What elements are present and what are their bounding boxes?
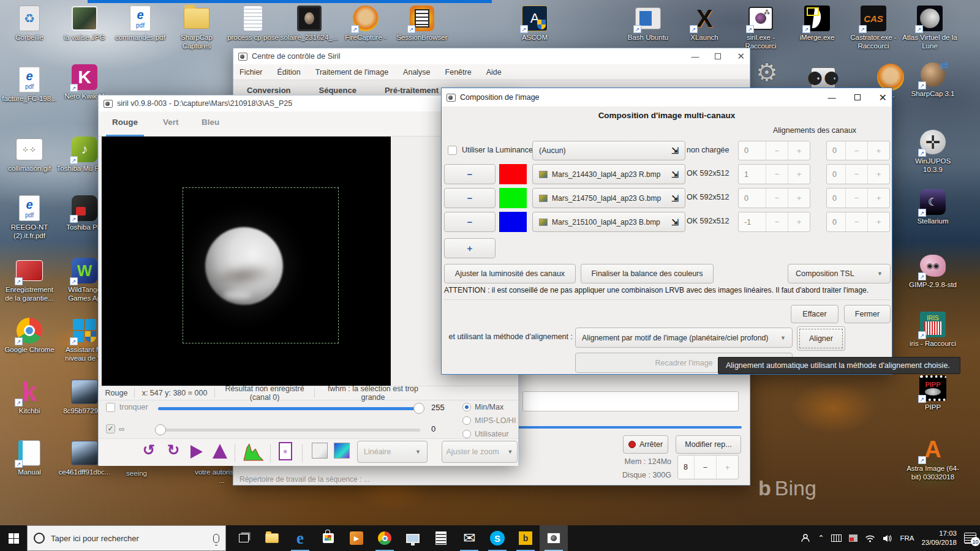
image-canvas[interactable]: [102, 137, 391, 386]
control-center-titlebar[interactable]: Centre de contrôle de Siril — ✕: [233, 48, 750, 64]
luminance-checkbox[interactable]: [448, 146, 457, 155]
red-shift-x[interactable]: 1−+: [738, 164, 810, 184]
threads-spinner[interactable]: 8 − +: [677, 455, 739, 479]
remove-channel-button[interactable]: −: [444, 212, 496, 232]
blue-swatch[interactable]: [499, 212, 527, 232]
spinner-plus[interactable]: +: [867, 141, 889, 160]
spinner-plus[interactable]: +: [867, 189, 889, 208]
start-button[interactable]: [0, 525, 27, 551]
taskbar-remote-pc[interactable]: [399, 525, 427, 551]
desktop-icon-process-cp-pose[interactable]: process cp pose: [225, 5, 281, 42]
green-shift-x[interactable]: 0−+: [738, 188, 810, 208]
red-shift-y[interactable]: 0−+: [826, 164, 890, 184]
display-mode-dropdown[interactable]: Linéaire▼: [357, 441, 428, 463]
desktop-icon-collimation[interactable]: ⁘⁘ collimation.gif: [1, 136, 58, 173]
tab-pretraitement[interactable]: Pré-traitement: [385, 86, 439, 95]
desktop-icon-winjupos[interactable]: ✛↗ WinJUPOS 10.3.9: [905, 129, 961, 174]
spinner-minus[interactable]: −: [694, 455, 716, 479]
desktop-icon-imerge[interactable]: ↗ iMerge.exe: [789, 5, 845, 42]
tab-bleu[interactable]: Bleu: [202, 118, 219, 127]
spinner-minus[interactable]: −: [845, 212, 867, 231]
alignment-method-dropdown[interactable]: Alignement par motif de l'image (planéta…: [575, 328, 793, 348]
taskbar-media-player[interactable]: ▶: [342, 525, 371, 551]
desktop-icon-firecapture[interactable]: ↗ FireCapture -: [337, 5, 394, 42]
spinner-plus[interactable]: +: [867, 165, 889, 184]
touch-keyboard-icon[interactable]: [831, 534, 842, 542]
taskbar-skype[interactable]: S: [483, 525, 511, 551]
console-input[interactable]: [522, 391, 739, 411]
desktop-icon-garantie[interactable]: ↗ Enregistrement de la garantie...: [1, 257, 58, 302]
desktop-icon-manual[interactable]: ↗ Manual: [1, 440, 58, 477]
maximize-button[interactable]: [854, 94, 861, 100]
taskbar-mail[interactable]: ✉: [455, 525, 483, 551]
minimize-button[interactable]: —: [828, 93, 836, 102]
spinner-minus[interactable]: −: [845, 165, 867, 184]
desktop-icon-ascom[interactable]: A↗ ASCOM: [507, 5, 563, 42]
spinner-minus[interactable]: −: [766, 212, 788, 231]
link-checkbox[interactable]: ✓: [106, 424, 115, 433]
luminance-shift-x[interactable]: 0−+: [738, 141, 810, 160]
adjust-brightness-button[interactable]: Ajuster la luminosité des canaux: [444, 264, 576, 283]
task-view-button[interactable]: [230, 525, 258, 551]
taskbar-chrome[interactable]: [371, 525, 399, 551]
desktop-icon-kitchbi[interactable]: k↗ Kitchbi: [1, 378, 58, 416]
taskbar-siril-active[interactable]: [540, 525, 568, 551]
spinner-plus[interactable]: +: [788, 141, 810, 160]
close-button[interactable]: ✕: [737, 51, 745, 62]
taskbar-edge[interactable]: e: [286, 525, 314, 551]
desktop-icon-iris[interactable]: IRIS↗ iris - Raccourci: [905, 311, 961, 348]
modify-dir-button[interactable]: Modifier rep...: [676, 435, 741, 454]
green-shift-y[interactable]: 0−+: [826, 188, 890, 208]
composition-mode-dropdown[interactable]: Composition TSL▼: [788, 264, 891, 283]
gear-app-icon[interactable]: ⚙: [753, 59, 780, 86]
spinner-minus[interactable]: −: [766, 141, 788, 160]
zoom-dropdown[interactable]: Ajuster le zoom▼: [442, 441, 518, 463]
dialog-titlebar[interactable]: Composition de l'image — ✕: [442, 88, 892, 107]
luminance-shift-y[interactable]: 0−+: [826, 141, 890, 160]
desktop-icon-bash-ubuntu[interactable]: ↗ Bash Ubuntu: [620, 5, 676, 42]
menu-aide[interactable]: Aide: [486, 68, 502, 77]
notification-center-icon[interactable]: 10: [964, 533, 976, 544]
spinner-plus[interactable]: +: [716, 455, 738, 479]
menu-fenetre[interactable]: Fenêtre: [445, 68, 472, 77]
volume-icon[interactable]: [883, 534, 892, 542]
desktop-icon-sharpcap31[interactable]: ⇄↗ SharpCap 3.1: [905, 61, 961, 99]
green-file-button[interactable]: Mars_214750_lapl4_ap23 G.bmp⇲: [532, 188, 685, 208]
selection-rectangle[interactable]: [183, 187, 339, 343]
menu-traitement[interactable]: Traitement de l'image: [315, 68, 388, 77]
maximize-button[interactable]: [715, 53, 721, 59]
flip-horizontal-icon[interactable]: [190, 445, 203, 459]
taskbar-bing-app[interactable]: b: [511, 525, 540, 551]
spinner-minus[interactable]: −: [845, 189, 867, 208]
lo-slider-knob[interactable]: [155, 424, 166, 435]
clock[interactable]: 17:03 23/09/2018: [921, 529, 957, 547]
blue-shift-y[interactable]: 0−+: [826, 212, 890, 232]
menu-analyse[interactable]: Analyse: [403, 68, 430, 77]
luminance-file-button[interactable]: (Aucun)⇲: [532, 141, 685, 160]
desktop-icon-sessionbrowser[interactable]: ↗ SessionBrowser: [394, 5, 450, 42]
desktop-icon-la-valise[interactable]: la valise.JPG: [56, 5, 113, 42]
desktop-icon-solaire-avi[interactable]: solaire_231624_...: [281, 5, 337, 42]
desktop-icon-gimp[interactable]: ◉◉↗ GIMP-2.9.8-std: [905, 252, 961, 290]
remove-channel-button[interactable]: −: [444, 164, 496, 184]
flip-vertical-icon[interactable]: [213, 444, 227, 459]
red-file-button[interactable]: Mars_214430_lapl4_ap23 R.bmp⇲: [532, 164, 685, 184]
taskbar-calculator[interactable]: [427, 525, 455, 551]
green-swatch[interactable]: [499, 188, 527, 208]
hi-slider-knob[interactable]: [413, 403, 424, 414]
radio-minmax[interactable]: [462, 403, 471, 411]
close-button[interactable]: ✕: [879, 92, 887, 103]
spinner-plus[interactable]: +: [867, 212, 889, 231]
people-icon[interactable]: [801, 534, 810, 542]
fits-header-icon[interactable]: ≡: [279, 442, 292, 460]
clear-button[interactable]: Effacer: [791, 305, 839, 323]
desktop-icon-chrome[interactable]: ↗ Google Chrome: [1, 317, 58, 354]
spinner-plus[interactable]: +: [788, 165, 810, 184]
align-button[interactable]: Aligner: [797, 326, 845, 351]
desktop-icon-astra[interactable]: A↗ Astra Image (64-bit) 03032018: [905, 436, 961, 481]
menu-edition[interactable]: Édition: [277, 68, 301, 77]
microphone-icon[interactable]: [213, 534, 219, 543]
hi-slider[interactable]: [158, 407, 420, 410]
wifi-icon[interactable]: [865, 534, 875, 542]
desktop-icon-pipp[interactable]: PIPP↗ PIPP: [905, 375, 961, 412]
